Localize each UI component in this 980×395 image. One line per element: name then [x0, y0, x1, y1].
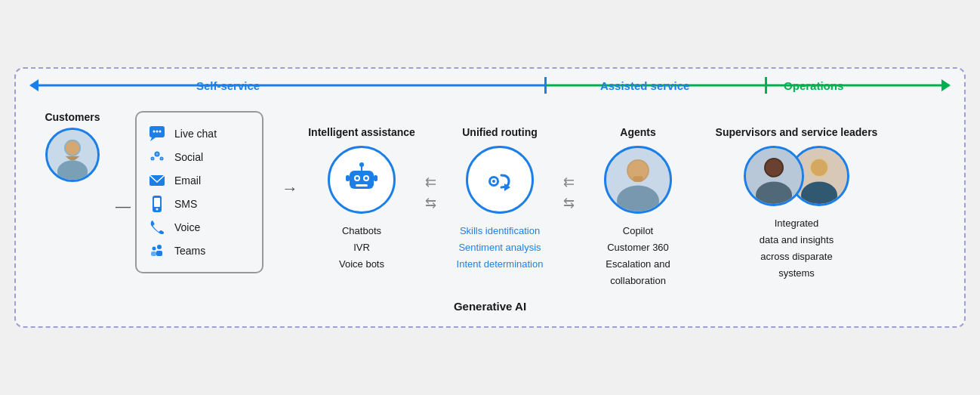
sms-icon	[147, 194, 167, 214]
supervisors-item-2: data and insights	[760, 232, 834, 248]
live-chat-icon	[147, 124, 167, 143]
section-divider-1	[544, 77, 547, 94]
bidir-arrows-ur-agents: ⇇ ⇆	[560, 174, 578, 211]
svg-rect-21	[156, 251, 162, 256]
channel-sms: SMS	[147, 194, 254, 214]
supervisors-title: Supervisors and service leaders	[716, 111, 878, 138]
svg-point-49	[811, 159, 827, 176]
voice-icon	[147, 218, 167, 237]
live-chat-label: Live chat	[174, 128, 217, 140]
self-service-label: Self-service	[196, 79, 260, 91]
supervisors-column: Supervisors and service leaders	[713, 111, 880, 282]
supervisors-photos	[744, 146, 849, 206]
supervisors-item-3: across disparate	[760, 248, 834, 265]
unified-routing-column: Unified routing Skills identification Se…	[439, 111, 560, 273]
unified-routing-icon	[466, 146, 534, 214]
supervisors-items: Integrated data and insights across disp…	[760, 215, 834, 282]
svg-point-6	[153, 130, 156, 132]
customers-column: Customers	[31, 111, 114, 182]
agents-item-2: Customer 360	[606, 239, 670, 256]
channels-bracket: Live chat Social	[135, 111, 263, 273]
diagram-container: Self-service Assisted service Operations…	[14, 67, 966, 328]
channel-social: Social	[147, 147, 254, 167]
customer-image	[48, 128, 97, 182]
ur-item-3: Intent determination	[457, 256, 544, 273]
intelligent-assistance-title: Intelligent assistance	[308, 111, 415, 138]
svg-point-18	[156, 208, 159, 210]
svg-marker-5	[150, 137, 156, 141]
svg-point-35	[492, 180, 495, 183]
svg-point-12	[156, 153, 159, 156]
email-icon	[147, 171, 167, 190]
agents-photo	[604, 146, 672, 214]
svg-point-30	[359, 162, 364, 167]
ia-item-1: Chatbots	[339, 223, 384, 239]
bidir-arrows-ia-ur: ⇇ ⇆	[422, 174, 439, 211]
agents-title: Agents	[620, 111, 655, 138]
svg-point-8	[159, 130, 162, 132]
intelligent-assistance-icon	[328, 146, 396, 214]
svg-point-20	[153, 246, 156, 250]
svg-point-27	[365, 177, 368, 180]
arrow-channels-to-ia: →	[279, 179, 301, 199]
unified-routing-title: Unified routing	[462, 111, 538, 138]
svg-point-13	[152, 157, 154, 159]
social-label: Social	[174, 151, 203, 163]
arrow-customers-to-channels: —	[114, 198, 132, 215]
agents-column: Agents Copilot Customer 360 Escalation a…	[578, 111, 698, 289]
intelligent-assistance-column: Intelligent assistance	[301, 111, 422, 273]
teams-label: Teams	[174, 245, 205, 257]
svg-point-3	[66, 140, 79, 154]
svg-rect-17	[154, 198, 160, 207]
agents-items: Copilot Customer 360 Escalation and coll…	[606, 223, 670, 289]
channel-voice: Voice	[147, 218, 254, 237]
svg-point-19	[157, 245, 162, 249]
svg-point-14	[161, 157, 163, 159]
generative-ai-label: Generative AI	[31, 300, 949, 313]
svg-point-26	[356, 177, 359, 180]
unified-routing-items: Skills identification Sentiment analysis…	[457, 223, 544, 273]
svg-point-2	[57, 160, 88, 182]
channel-teams: Teams	[147, 241, 254, 261]
svg-point-45	[766, 159, 782, 176]
supervisors-item-4: systems	[760, 265, 834, 282]
agents-item-3: Escalation and	[606, 256, 670, 273]
left-arrow-head	[29, 79, 39, 91]
channel-live-chat: Live chat	[147, 124, 254, 143]
supervisors-item-1: Integrated	[760, 215, 834, 232]
ia-item-2: IVR	[339, 239, 384, 256]
right-arrow-head	[941, 79, 951, 91]
sms-label: SMS	[174, 198, 197, 210]
main-content: Customers —	[31, 108, 949, 289]
social-icon	[147, 147, 167, 167]
customers-label: Customers	[45, 111, 100, 123]
email-label: Email	[174, 174, 201, 187]
operations-label: Operations	[784, 79, 843, 91]
svg-rect-32	[374, 175, 378, 181]
svg-rect-28	[356, 184, 368, 187]
voice-label: Voice	[174, 221, 200, 233]
svg-point-7	[156, 130, 159, 132]
intelligent-assistance-items: Chatbots IVR Voice bots	[339, 223, 384, 273]
channel-email: Email	[147, 171, 254, 190]
svg-rect-22	[151, 252, 156, 256]
assisted-service-label: Assisted service	[600, 79, 689, 91]
ur-item-1: Skills identification	[457, 223, 544, 239]
teams-icon	[147, 241, 167, 261]
agents-item-1: Copilot	[606, 223, 670, 239]
channels-column: Live chat Social	[135, 111, 279, 273]
svg-rect-31	[346, 175, 350, 181]
svg-rect-41	[633, 176, 643, 181]
supervisor-photo-1	[744, 146, 804, 206]
top-bar: Self-service Assisted service Operations	[31, 69, 949, 102]
ia-item-3: Voice bots	[339, 256, 384, 273]
customer-avatar	[45, 128, 100, 182]
section-divider-2	[765, 77, 767, 94]
agents-item-4: collaboration	[606, 273, 670, 289]
ur-item-2: Sentiment analysis	[457, 239, 544, 256]
